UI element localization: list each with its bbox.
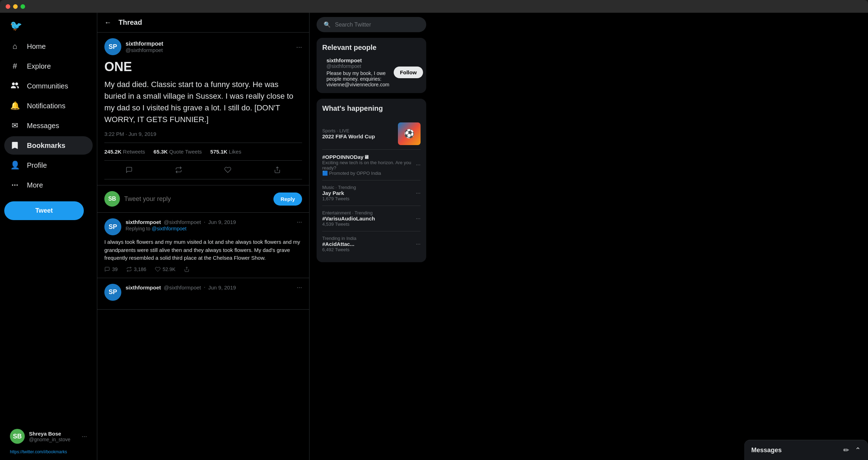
close-button[interactable]	[6, 4, 10, 9]
relevant-people-title: Relevant people	[322, 44, 421, 52]
tweet-author-info: sixthformpoet @sixthformpoet	[126, 41, 292, 53]
sidebar-item-home-label: Home	[27, 42, 46, 51]
minimize-button[interactable]	[13, 4, 18, 9]
reply-input[interactable]	[124, 195, 269, 203]
collapse-messages-button[interactable]: ⌃	[855, 446, 861, 454]
maximize-button[interactable]	[21, 4, 25, 9]
quote-count: 65.3K	[154, 149, 168, 155]
home-icon: ⌂	[10, 41, 20, 51]
like-count: 575.1K	[210, 149, 227, 155]
user-info: Shreya Bose @gnome_in_stove	[29, 431, 77, 442]
back-button[interactable]: ←	[104, 18, 111, 27]
window-chrome	[0, 0, 868, 13]
trending-item-1[interactable]: #OPPOINNODay🖥 Exciting new tech is on th…	[322, 150, 421, 180]
user-avatar: SB	[10, 429, 25, 444]
sidebar-nav: ⌂ Home # Explore Communities 🔔 Notificat…	[4, 37, 93, 425]
trending-more-3[interactable]: ···	[416, 215, 421, 222]
sidebar-item-profile[interactable]: 👤 Profile	[4, 156, 93, 174]
svg-point-1	[14, 184, 16, 186]
sidebar-item-communities[interactable]: Communities	[4, 77, 93, 95]
tweet-actions	[104, 161, 302, 179]
sidebar-item-notifications-label: Notifications	[27, 102, 65, 110]
sidebar-item-communities-label: Communities	[27, 82, 68, 90]
main-tweet: SP sixthformpoet @sixthformpoet ··· ONE …	[97, 33, 309, 185]
sidebar-item-profile-label: Profile	[27, 161, 47, 169]
sidebar-item-home[interactable]: ⌂ Home	[4, 37, 93, 56]
reply-more-1[interactable]: ···	[297, 218, 302, 226]
like-button[interactable]	[221, 163, 234, 176]
reply-author-row-2: sixthformpoet @sixthformpoet · Jun 9, 20…	[126, 284, 302, 291]
sidebar: 🐦 ⌂ Home # Explore Communities 🔔 Notific…	[0, 13, 97, 460]
thread-title: Thread	[118, 18, 142, 27]
reply-share-1[interactable]	[184, 266, 190, 272]
trending-name-2: Jay Park	[322, 190, 356, 196]
reply-retweet-1[interactable]: 3,186	[126, 266, 146, 272]
trending-more-2[interactable]: ···	[416, 190, 421, 196]
reply-author-name-1: sixthformpoet	[126, 219, 161, 225]
reply-like-1[interactable]: 52.9K	[155, 266, 176, 272]
right-sidebar: 🔍 Relevant people SP sixthformpoet @sixt…	[309, 13, 433, 460]
search-bar: 🔍	[317, 17, 426, 32]
reply-user-avatar: SB	[104, 191, 120, 207]
trending-count-4: 6,492 Tweets	[322, 247, 356, 252]
reply-to-1: Replying to @sixthformpoet	[126, 226, 302, 231]
trending-count-2: 1,679 Tweets	[322, 196, 356, 201]
sidebar-item-messages-label: Messages	[27, 122, 59, 130]
sidebar-item-explore[interactable]: # Explore	[4, 57, 93, 75]
reply-tweet-1: SP sixthformpoet @sixthformpoet · Jun 9,…	[97, 213, 309, 278]
quote-label: Quote Tweets	[169, 149, 202, 155]
twitter-logo[interactable]: 🐦	[4, 16, 93, 36]
trending-item-2[interactable]: Music · Trending Jay Park 1,679 Tweets ·…	[322, 180, 421, 206]
thread-header: ← Thread	[97, 13, 309, 33]
comment-button[interactable]	[123, 163, 135, 176]
reply-comment-1[interactable]: 39	[104, 266, 118, 272]
likes-stat[interactable]: 575.1K Likes	[210, 149, 242, 155]
trending-more-1[interactable]: ···	[416, 162, 421, 168]
tweet-author-avatar[interactable]: SP	[104, 38, 121, 55]
app-container: 🐦 ⌂ Home # Explore Communities 🔔 Notific…	[0, 13, 868, 460]
tweet-author-handle: @sixthformpoet	[126, 47, 292, 53]
profile-icon: 👤	[10, 160, 20, 170]
trending-item-3[interactable]: Entertainment · Trending #VarisuAudioLau…	[322, 206, 421, 231]
trending-more-4[interactable]: ···	[416, 241, 421, 247]
user-name: Shreya Bose	[29, 431, 77, 437]
search-input[interactable]	[335, 22, 419, 28]
sidebar-item-more-label: More	[27, 181, 43, 189]
world-cup-image: ⚽	[398, 122, 421, 145]
reply-more-2[interactable]: ···	[297, 284, 302, 291]
reply-tweet-2: SP sixthformpoet @sixthformpoet · Jun 9,…	[97, 278, 309, 310]
trending-item-0[interactable]: Sports · LIVE 2022 FIFA World Cup ⚽	[322, 118, 421, 150]
sidebar-user[interactable]: SB Shreya Bose @gnome_in_stove ···	[4, 425, 93, 448]
trending-promoted-1: 🟦 Promoted by OPPO India	[322, 171, 416, 176]
share-button[interactable]	[271, 163, 284, 176]
follow-button[interactable]: Follow	[394, 67, 423, 78]
tweet-stats: 245.2K Retweets 65.3K Quote Tweets 575.1…	[104, 149, 302, 161]
user-menu-dots[interactable]: ···	[82, 433, 87, 440]
sidebar-item-more[interactable]: More	[4, 176, 93, 194]
reply-avatar-2[interactable]: SP	[104, 284, 121, 301]
compose-message-button[interactable]: ✏	[843, 446, 849, 454]
reply-button[interactable]: Reply	[273, 192, 302, 206]
more-icon	[10, 180, 20, 190]
svg-point-2	[17, 184, 18, 186]
tweet-button[interactable]: Tweet	[4, 201, 84, 220]
bookmarks-icon	[10, 140, 20, 150]
sidebar-item-bookmarks[interactable]: Bookmarks	[4, 136, 93, 155]
reply-author-row-1: sixthformpoet @sixthformpoet · Jun 9, 20…	[126, 218, 302, 226]
trending-item-4[interactable]: Trending in India #AcidAttac... 6,492 Tw…	[322, 231, 421, 257]
sidebar-item-messages[interactable]: ✉ Messages	[4, 116, 93, 135]
explore-icon: #	[10, 61, 20, 71]
retweet-count: 245.2K	[104, 149, 121, 155]
retweets-stat[interactable]: 245.2K Retweets	[104, 149, 145, 155]
messages-actions: ✏ ⌃	[843, 446, 861, 454]
reply-author-name-2: sixthformpoet	[126, 284, 161, 291]
tweet-timestamp: 3:22 PM · Jun 9, 2019	[104, 131, 302, 143]
tweet-more-button[interactable]: ···	[296, 43, 302, 51]
likes-label: Likes	[229, 149, 241, 155]
reply-avatar-1[interactable]: SP	[104, 218, 121, 235]
trending-name-4: #AcidAttac...	[322, 241, 356, 247]
sidebar-item-notifications[interactable]: 🔔 Notifications	[4, 97, 93, 115]
sidebar-url: https://twitter.com/i/bookmarks	[4, 448, 93, 457]
quote-tweets-stat[interactable]: 65.3K Quote Tweets	[154, 149, 202, 155]
retweet-button[interactable]	[172, 163, 185, 176]
